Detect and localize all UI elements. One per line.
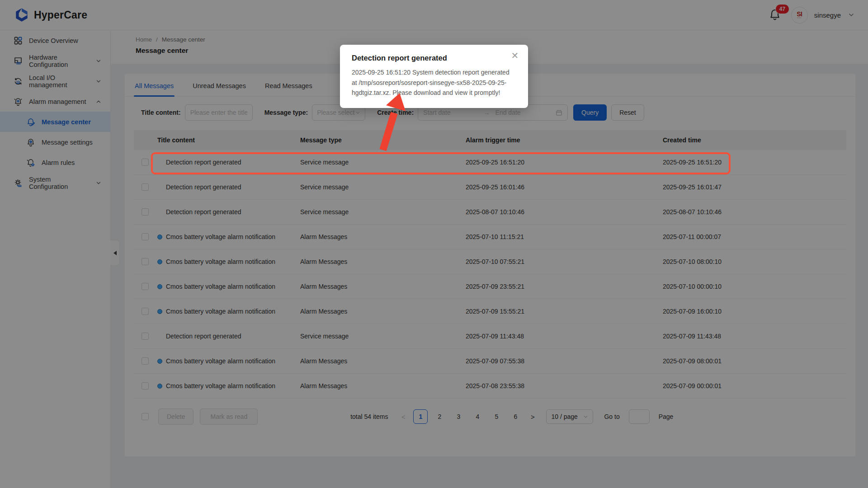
notification-popup: Detection report generated ✕ 2025-09-25 … (340, 45, 528, 108)
popup-close-icon[interactable]: ✕ (510, 51, 520, 61)
popup-title: Detection report generated (352, 54, 516, 62)
popup-body: 2025-09-25 16:51:20 System detection rep… (352, 67, 516, 98)
